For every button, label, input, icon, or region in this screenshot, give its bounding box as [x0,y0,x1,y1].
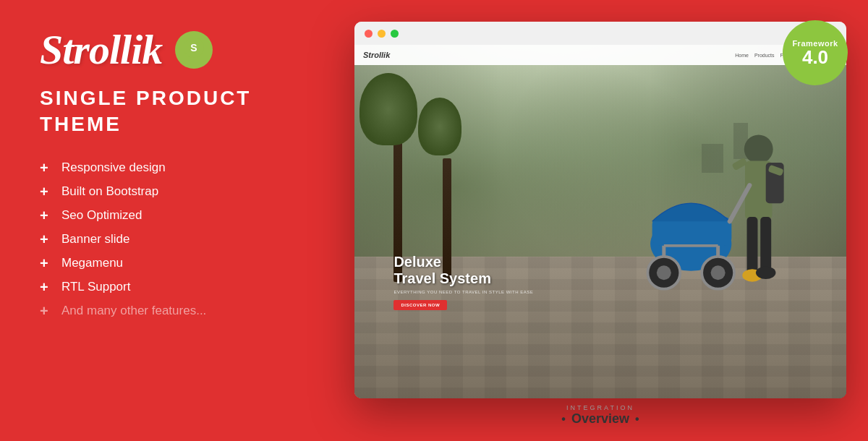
tagline: SINGLE PRODUCT THEME [40,85,307,138]
feature-text-2: Built on Bootstrap [61,184,158,199]
hero-text-overlay: Deluxe Travel System EVERYTHING YOU NEED… [393,254,533,310]
left-panel: Strollik S SINGLE PRODUCT THEME + Respon… [0,0,347,441]
shopify-icon: S [183,37,205,64]
framework-version: 4.0 [802,48,828,67]
feature-plus-4: + [40,231,51,248]
svg-point-8 [756,267,775,279]
svg-point-15 [657,266,671,281]
overview-title: Overview [354,411,846,427]
browser-bar [354,22,846,45]
feature-item-2: + Built on Bootstrap [40,184,307,200]
tree-canopy-2 [418,98,461,155]
svg-point-17 [711,266,726,281]
mini-site-nav: Strollik Home Products Features 🛒 CART [354,45,846,65]
feature-text-3: Seo Optimized [61,208,142,223]
brand-logo: Strollik [40,29,162,71]
browser-dot-red [365,30,373,38]
feature-item-3: + Seo Optimized [40,207,307,224]
feature-item-5: + Megamenu [40,255,307,272]
feature-text-1: Responsive design [61,160,166,175]
hero-image: Deluxe Travel System EVERYTHING YOU NEED… [354,45,846,398]
tree-canopy-1 [359,73,417,145]
feature-plus-1: + [40,160,51,176]
feature-item-7: + And many other features... [40,303,307,320]
main-container: Strollik S SINGLE PRODUCT THEME + Respon… [0,0,868,441]
mini-site-logo: Strollik [363,51,390,59]
feature-item-4: + Banner slide [40,231,307,248]
feature-text-7: And many other features... [61,304,206,318]
feature-plus-5: + [40,255,51,272]
hero-title: Deluxe Travel System [393,254,533,287]
browser-dot-green [391,30,399,38]
svg-point-2 [744,135,773,164]
feature-plus-2: + [40,184,51,200]
hero-cta-button[interactable]: DISCOVER NOW [393,300,447,310]
scene-svg [551,98,822,345]
hero-subtitle: EVERYTHING YOU NEED TO TRAVEL IN STYLE W… [393,290,533,294]
shopify-badge: S [175,31,213,69]
mini-nav-home: Home [735,53,749,58]
integration-label: INTEGRATION [354,404,846,411]
feature-text-6: RTL Support [61,280,130,294]
feature-item-6: + RTL Support [40,279,307,296]
browser-mockup: Strollik Home Products Features 🛒 CART [354,22,846,398]
browser-content: Strollik Home Products Features 🛒 CART [354,45,846,398]
framework-badge: Framework 4.0 [783,20,848,85]
svg-text:S: S [191,42,197,53]
svg-rect-5 [747,217,758,275]
features-list: + Responsive design + Built on Bootstrap… [40,160,307,320]
overview-section: INTEGRATION Overview [354,398,846,427]
right-panel: Framework 4.0 Strollik Home Products Fea… [347,0,868,441]
feature-plus-6: + [40,279,51,296]
feature-plus-7: + [40,303,51,320]
feature-text-5: Megamenu [61,256,123,270]
feature-item-1: + Responsive design [40,160,307,176]
feature-plus-3: + [40,207,51,224]
mini-nav-products: Products [754,53,775,58]
browser-dot-yellow [378,30,386,38]
svg-rect-6 [760,217,771,271]
logo-row: Strollik S [40,29,307,71]
feature-text-4: Banner slide [61,232,130,247]
